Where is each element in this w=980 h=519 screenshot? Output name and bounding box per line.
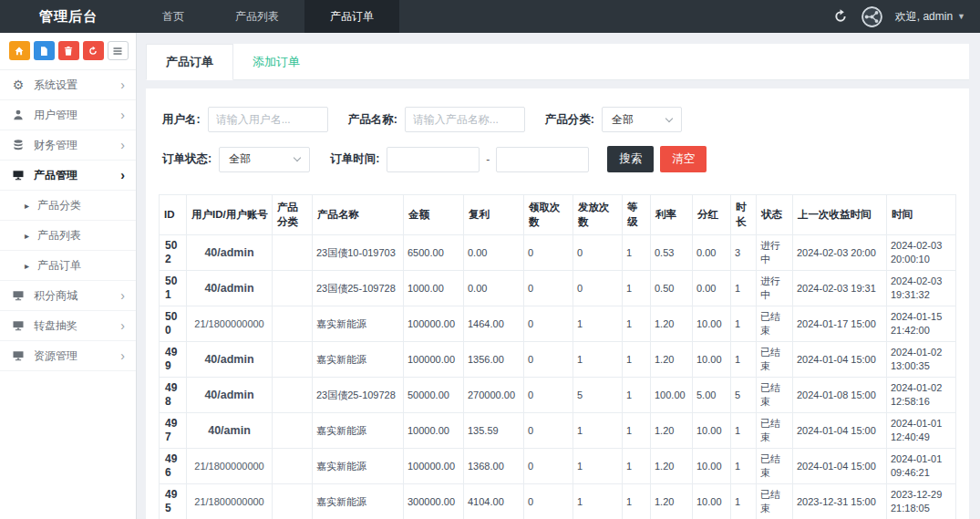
topbar: 管理后台 首页产品列表产品订单 欢迎, admin ▼	[0, 0, 980, 33]
sidebar-item-product-list[interactable]: ▸产品列表	[0, 221, 136, 251]
tab-product-orders[interactable]: 产品订单	[146, 44, 233, 80]
cell-duration: 1	[731, 306, 757, 342]
cell-id: 500	[160, 306, 187, 342]
search-button[interactable]: 搜索	[607, 146, 654, 172]
sidebar-item-product-orders[interactable]: ▸产品订单	[0, 251, 136, 281]
col-header-id: ID	[160, 195, 187, 235]
col-header-product: 产品名称	[313, 195, 404, 235]
sidebar-item-points-mall[interactable]: 积分商城›	[0, 281, 136, 311]
cell-claim-count: 0	[524, 378, 573, 413]
cell-time: 2023-12-29 21:18:05	[887, 484, 956, 519]
order-status-label: 订单状态:	[162, 151, 211, 167]
file-button[interactable]	[34, 41, 55, 60]
col-header-last-income-time: 上一次收益时间	[793, 195, 887, 235]
product-name-input[interactable]	[405, 107, 525, 132]
order-time-end-input[interactable]	[496, 147, 589, 172]
username-input[interactable]	[208, 107, 328, 132]
cell-status: 已结束	[757, 342, 793, 378]
admin-app: 管理后台 首页产品列表产品订单 欢迎, admin ▼ ⚙系统设置›用户管理›财…	[0, 0, 980, 519]
chevron-right-icon: ›	[120, 78, 125, 91]
content-card: 用户名: 产品名称: 产品分类: 全部 订单状态: 全部	[146, 88, 969, 519]
clear-button[interactable]: 清空	[660, 146, 707, 172]
nav-item-home[interactable]: 首页	[137, 0, 210, 33]
cell-product: 23国债25-109728	[313, 378, 404, 413]
sidebar-item-label: 产品分类	[37, 198, 81, 213]
topbar-right: 欢迎, admin ▼	[832, 0, 980, 33]
cell-last-income-time: 2024-01-04 15:00	[793, 413, 887, 449]
nav-item-product-list[interactable]: 产品列表	[210, 0, 304, 33]
list-button[interactable]	[108, 41, 129, 60]
cell-time: 2024-01-02 13:00:35	[887, 342, 956, 378]
orders-table: ID用户ID/用户账号产品分类产品名称金额复利领取次数发放次数等级利率分红时长状…	[159, 194, 956, 519]
sidebar-item-user-management[interactable]: 用户管理›	[0, 100, 136, 130]
cell-duration: 1	[731, 271, 757, 306]
refresh-icon[interactable]	[832, 8, 849, 25]
chevron-right-icon: ›	[120, 169, 125, 182]
cell-user: 40/admin	[187, 271, 273, 306]
cell-dividend: 10.00	[693, 342, 731, 378]
cell-compound: 1368.00	[464, 449, 524, 484]
cell-last-income-time: 2023-12-31 15:00	[793, 484, 887, 519]
monitor-icon	[11, 169, 26, 182]
user-menu[interactable]: 欢迎, admin ▼	[895, 9, 965, 25]
table-body: 50240/admin23国债10-0197036500.000.000010.…	[160, 235, 956, 519]
sidebar-item-lucky-wheel[interactable]: 转盘抽奖›	[0, 311, 136, 341]
sidebar-item-product-management[interactable]: 产品管理›	[0, 161, 136, 191]
sidebar-item-resource-management[interactable]: 资源管理›	[0, 341, 136, 371]
cell-compound: 135.59	[464, 413, 524, 449]
cell-amount: 1000.00	[404, 271, 464, 306]
sidebar: ⚙系统设置›用户管理›财务管理›产品管理›▸产品分类▸产品列表▸产品订单积分商城…	[0, 33, 137, 519]
cell-issue-count: 1	[573, 342, 623, 378]
sidebar-item-finance-management[interactable]: 财务管理›	[0, 130, 136, 161]
cell-rate: 0.53	[651, 235, 693, 271]
cell-product: 嘉实新能源	[313, 449, 404, 484]
cell-level: 1	[623, 413, 651, 449]
col-header-rate: 利率	[651, 195, 693, 235]
username-label: 用户名:	[162, 112, 201, 128]
cell-compound: 1356.00	[464, 342, 524, 378]
chevron-down-icon: ▼	[957, 12, 965, 21]
home-button[interactable]	[9, 41, 30, 60]
category-select[interactable]: 全部	[602, 107, 682, 132]
trash-button[interactable]	[58, 41, 79, 60]
cell-duration: 1	[731, 484, 757, 519]
cell-duration: 1	[731, 449, 757, 484]
product-name-label: 产品名称:	[348, 112, 397, 128]
sidebar-item-product-category[interactable]: ▸产品分类	[0, 191, 136, 221]
cell-claim-count: 0	[524, 413, 573, 449]
cell-issue-count: 1	[573, 306, 623, 342]
cell-time: 2024-01-01 12:40:49	[887, 413, 956, 449]
table-row: 49521/1800000000嘉实新能源300000.004104.00011…	[160, 484, 956, 519]
cell-issue-count: 5	[573, 378, 623, 413]
col-header-time: 时间	[887, 195, 956, 235]
cell-last-income-time: 2024-01-04 15:00	[793, 449, 887, 484]
cell-time: 2024-01-02 12:58:16	[887, 378, 956, 413]
tab-add-order[interactable]: 添加订单	[233, 44, 319, 79]
top-navigation: 首页产品列表产品订单	[137, 0, 399, 33]
chevron-right-icon: ›	[120, 139, 125, 151]
col-header-issue-count: 发放次数	[573, 195, 623, 235]
cell-id: 495	[160, 484, 187, 519]
cell-product: 嘉实新能源	[313, 484, 404, 519]
table-row: 49740/amin嘉实新能源10000.00135.590111.2010.0…	[160, 413, 956, 449]
avatar[interactable]	[861, 6, 882, 27]
cell-rate: 1.20	[651, 413, 693, 449]
col-header-level: 等级	[623, 195, 651, 235]
cell-last-income-time: 2024-01-17 15:00	[793, 306, 887, 342]
col-header-dividend: 分红	[693, 195, 731, 235]
order-time-start-input[interactable]	[387, 147, 480, 172]
chevron-down-icon	[665, 114, 673, 121]
category-select-value: 全部	[612, 112, 634, 128]
nav-item-product-orders[interactable]: 产品订单	[304, 0, 399, 33]
monitor-icon	[11, 349, 26, 362]
recycle-button[interactable]	[83, 41, 104, 60]
cell-issue-count: 1	[573, 484, 623, 519]
cell-claim-count: 0	[524, 342, 573, 378]
time-range-separator: -	[486, 153, 490, 166]
table-row: 49840/admin23国债25-10972850000.00270000.0…	[160, 378, 956, 413]
order-status-select[interactable]: 全部	[219, 147, 310, 172]
cell-id: 502	[160, 235, 187, 271]
cell-id: 498	[160, 378, 187, 413]
cell-status: 已结束	[757, 413, 793, 449]
sidebar-item-system-settings[interactable]: ⚙系统设置›	[0, 70, 136, 100]
